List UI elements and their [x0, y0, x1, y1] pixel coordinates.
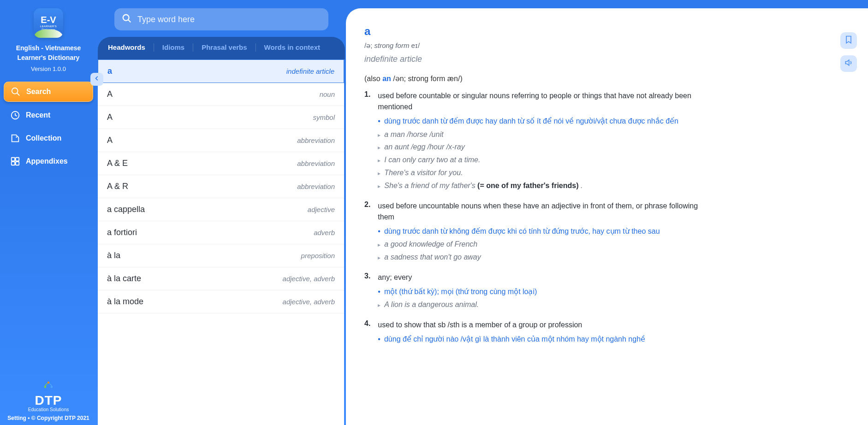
word-item-pos: preposition: [301, 252, 335, 260]
app-title-line1: English - Vietnamese: [16, 44, 81, 52]
pron-strong-label: strong form: [375, 41, 410, 49]
sense-number: 2.: [364, 201, 370, 265]
word-item-pos: adjective, adverb: [283, 298, 335, 306]
word-item-word: a cappella: [107, 205, 145, 214]
search-input[interactable]: [137, 15, 321, 24]
sense-body: used before uncountable nouns when these…: [378, 201, 715, 265]
collapse-sidebar-button[interactable]: [90, 73, 103, 86]
word-item-word: à la: [107, 251, 120, 260]
sense: 2.used before uncountable nouns when the…: [364, 201, 715, 265]
nav-item-recent[interactable]: Recent: [4, 106, 93, 125]
chevron-left-icon: [94, 75, 100, 83]
word-item-pos: abbreviation: [297, 159, 335, 167]
svg-point-3: [16, 136, 17, 138]
example: There's a visitor for you.: [378, 167, 715, 179]
word-item[interactable]: à lapreposition: [98, 244, 344, 267]
sense-number: 4.: [364, 319, 370, 347]
example: a man /horse /unit: [378, 129, 715, 141]
word-item[interactable]: A & Eabbreviation: [98, 152, 344, 175]
nav-item-collection[interactable]: Collection: [4, 129, 93, 148]
definition-vi: dùng để chỉ người nào /vật gì là thành v…: [378, 333, 715, 345]
word-item[interactable]: Asymbol: [98, 106, 344, 129]
tab-context[interactable]: Words in context: [264, 41, 320, 53]
word-item-word: a fortiori: [107, 228, 137, 237]
word-list[interactable]: aindefinite articleAnounAsymbolAabbrevia…: [98, 59, 344, 425]
svg-point-11: [123, 15, 129, 21]
word-item-pos: adjective: [308, 206, 335, 213]
sense-body: used before countable or singular nouns …: [378, 90, 715, 193]
tab-headwords[interactable]: Headwords: [108, 41, 145, 53]
app-version: Version 1.0.0: [31, 65, 66, 72]
grid-icon: [10, 156, 20, 166]
tabs: Headwords Idioms Phrasal verbs Words in …: [98, 37, 345, 59]
word-item-word: A: [107, 136, 113, 145]
word-item[interactable]: a fortioriadverb: [98, 221, 344, 244]
also-prefix: (also: [364, 75, 382, 83]
brand-logo: DTP Education Solutions: [0, 379, 97, 412]
svg-rect-7: [16, 162, 19, 165]
search-container: [97, 8, 346, 37]
example: a sadness that won't go away: [378, 252, 715, 263]
example: A lion is a dangerous animal.: [378, 299, 715, 311]
bookmark-button[interactable]: [840, 32, 857, 49]
definition-vi: dùng trước danh từ không đếm được khi có…: [378, 225, 715, 237]
search-box[interactable]: [114, 8, 328, 30]
audio-button[interactable]: [840, 55, 857, 72]
svg-rect-6: [12, 162, 15, 165]
word-item-pos: noun: [320, 90, 335, 98]
entry-panel: a /ə; strong form eɪ/ indefinite article…: [346, 8, 868, 425]
brand-dots-icon: [42, 379, 55, 394]
copyright-text: © Copyright DTP 2021: [31, 415, 89, 421]
entry-pos: indefinite article: [364, 54, 850, 64]
sidebar: E-V LEARNER'S Dictionary English - Vietn…: [0, 0, 97, 425]
definition-en: used before countable or singular nouns …: [378, 90, 715, 112]
definition-en: used before uncountable nouns when these…: [378, 201, 715, 223]
search-icon: [122, 13, 132, 25]
app-title: English - Vietnamese Learner's Dictionar…: [12, 43, 86, 63]
middle-column: Headwords Idioms Phrasal verbs Words in …: [97, 0, 346, 425]
sidebar-footer: DTP Education Solutions Setting • © Copy…: [0, 379, 97, 425]
word-item[interactable]: aindefinite article: [98, 59, 344, 83]
definition-en: used to show that sb /sth is a member of…: [378, 319, 715, 331]
word-item[interactable]: A & Rabbreviation: [98, 175, 344, 198]
app-logo-text: E-V: [41, 15, 56, 24]
svg-rect-5: [16, 158, 19, 161]
nav-item-label: Collection: [26, 134, 61, 142]
nav-item-label: Recent: [26, 111, 50, 119]
also-alt: an: [382, 75, 391, 83]
app-logo-sub: LEARNER'S: [40, 25, 57, 28]
word-item-word: A: [107, 112, 113, 122]
word-item-word: à la carte: [107, 274, 141, 283]
word-item-word: A & E: [107, 159, 128, 168]
entry-pronunciation: /ə; strong form eɪ/: [364, 41, 850, 50]
word-item-word: A & R: [107, 182, 128, 191]
app-logo: E-V LEARNER'S Dictionary: [34, 8, 63, 38]
word-item-word: a: [107, 66, 112, 76]
word-item[interactable]: à la modeadjective, adverb: [98, 290, 344, 313]
word-item[interactable]: à la carteadjective, adverb: [98, 267, 344, 290]
nav-item-label: Search: [26, 88, 51, 96]
word-item-pos: adverb: [314, 229, 335, 236]
speaker-icon: [844, 58, 853, 69]
tab-separator: [154, 43, 154, 52]
word-item-pos: symbol: [313, 113, 335, 121]
svg-line-12: [128, 20, 131, 23]
nav-item-appendixes[interactable]: Appendixes: [4, 152, 93, 171]
word-item[interactable]: Aabbreviation: [98, 129, 344, 152]
setting-link[interactable]: Setting: [7, 415, 26, 421]
bookmark-tag-icon: [10, 133, 20, 143]
tab-phrasal[interactable]: Phrasal verbs: [202, 41, 247, 53]
nav-item-label: Appendixes: [26, 157, 68, 165]
tab-separator: [193, 43, 193, 52]
example-gloss: (= one of my father's friends): [477, 182, 578, 189]
entry-headword: a: [364, 25, 850, 38]
word-item[interactable]: a cappellaadjective: [98, 198, 344, 221]
sense: 3.any; everymột (thứ bất kỳ); mọi (thứ t…: [364, 272, 715, 312]
entry-actions: [840, 32, 857, 72]
nav-item-search[interactable]: Search: [4, 82, 93, 102]
word-item[interactable]: Anoun: [98, 83, 344, 106]
svg-line-1: [17, 93, 20, 96]
sense-number: 3.: [364, 272, 370, 312]
tab-idioms[interactable]: Idioms: [162, 41, 184, 53]
word-item-pos: abbreviation: [297, 136, 335, 144]
